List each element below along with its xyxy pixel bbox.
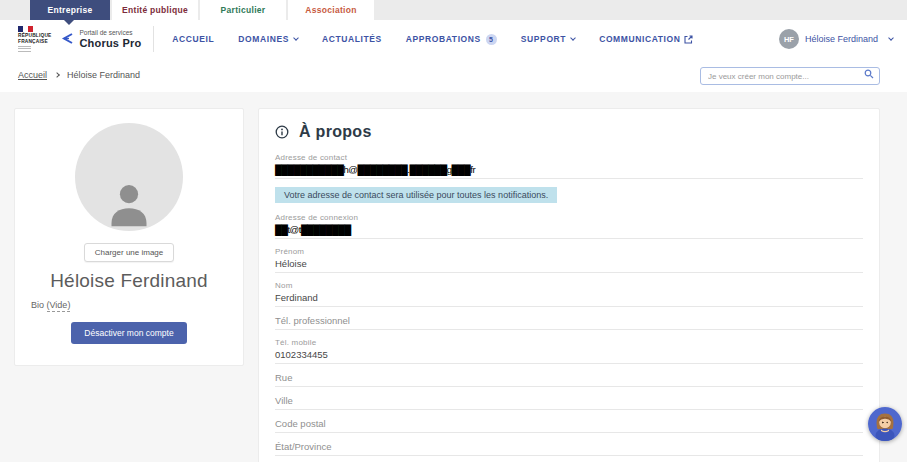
field-prenom[interactable]: Prénom Héloise — [275, 247, 863, 273]
avatar-placeholder — [75, 123, 183, 231]
chatbot-avatar-icon — [868, 407, 902, 441]
tab-particulier[interactable]: Particulier — [200, 0, 286, 20]
search-box — [700, 65, 880, 86]
field-adresse-contact[interactable]: Adresse de contact ███████████h@████████… — [275, 153, 863, 179]
info-icon — [275, 125, 289, 139]
tab-entite-publique[interactable]: Entité publique — [112, 0, 198, 20]
chorus-pro-logo[interactable]: Portail de services Chorus Pro — [61, 29, 141, 49]
chevron-down-icon — [888, 35, 894, 41]
about-title: À propos — [299, 123, 372, 141]
french-flag-icon — [18, 26, 33, 32]
account-type-tabbar: Entreprise Entité publique Particulier A… — [0, 0, 907, 20]
field-tel-professionnel[interactable]: Tél. professionnel — [275, 315, 863, 330]
main-header: RÉPUBLIQUE FRANÇAISE Portail de services… — [0, 20, 907, 58]
chevron-down-icon — [293, 35, 299, 41]
upload-image-button[interactable]: Charger une image — [84, 243, 174, 262]
breadcrumb-row: Accueil Héloise Ferdinand — [0, 58, 907, 92]
notification-banner: Votre adresse de contact sera utilisée p… — [275, 187, 557, 203]
field-nom[interactable]: Nom Ferdinand — [275, 281, 863, 307]
bio-empty-value[interactable]: (Vide) — [47, 300, 71, 312]
field-rue[interactable]: Rue — [275, 372, 863, 387]
field-tel-mobile[interactable]: Tél. mobile 0102334455 — [275, 338, 863, 364]
breadcrumb-separator-icon — [54, 72, 60, 78]
redacted-login-email: ██t@t████████ — [275, 224, 863, 235]
profile-name: Héloise Ferdinand — [31, 270, 227, 292]
field-adresse-connexion[interactable]: Adresse de connexion ██t@t████████ — [275, 213, 863, 239]
nav-domaines[interactable]: DOMAINES — [238, 34, 298, 44]
motto-lines — [18, 44, 51, 52]
about-card: À propos Adresse de contact ███████████h… — [258, 108, 880, 462]
bio-label: Bio — [31, 300, 44, 310]
field-ville[interactable]: Ville — [275, 395, 863, 410]
search-input[interactable] — [700, 67, 880, 85]
page-content: Charger une image Héloise Ferdinand Bio … — [0, 92, 907, 462]
republique-text: RÉPUBLIQUE FRANÇAISE — [18, 33, 51, 44]
external-link-icon — [684, 35, 693, 44]
breadcrumb: Accueil Héloise Ferdinand — [18, 70, 140, 80]
chatbot-launcher[interactable] — [868, 407, 902, 441]
search-icon[interactable] — [864, 69, 874, 79]
brand-tagline: Portail de services — [79, 29, 141, 36]
tab-association[interactable]: Association — [288, 0, 374, 20]
about-header: À propos — [275, 123, 863, 141]
user-name: Héloise Ferdinand — [805, 34, 878, 44]
nav-support[interactable]: SUPPORT — [521, 34, 575, 44]
user-avatar: HF — [779, 29, 799, 49]
chevron-down-icon — [570, 35, 576, 41]
nav-accueil[interactable]: ACCUEIL — [172, 34, 214, 44]
approbations-count-badge: 5 — [486, 34, 497, 45]
nav-actualites[interactable]: ACTUALITÉS — [322, 34, 382, 44]
breadcrumb-home-link[interactable]: Accueil — [18, 70, 47, 80]
nav-communication[interactable]: COMMUNICATION — [599, 34, 693, 44]
nav-approbations[interactable]: APPROBATIONS5 — [406, 34, 497, 45]
active-tab-pointer — [64, 20, 74, 25]
main-nav: ACCUEIL DOMAINES ACTUALITÉS APPROBATIONS… — [172, 34, 717, 45]
chorus-pro-bird-icon — [61, 32, 75, 46]
bio-row: Bio (Vide) — [31, 300, 227, 310]
tab-entreprise[interactable]: Entreprise — [30, 0, 110, 20]
person-icon — [101, 175, 157, 231]
field-etat-province[interactable]: État/Province — [275, 441, 863, 456]
breadcrumb-current: Héloise Ferdinand — [67, 70, 140, 80]
brand-name: Chorus Pro — [79, 37, 141, 49]
field-code-postal[interactable]: Code postal — [275, 418, 863, 433]
header-divider — [153, 26, 154, 52]
deactivate-account-button[interactable]: Désactiver mon compte — [71, 322, 186, 344]
profile-card: Charger une image Héloise Ferdinand Bio … — [14, 108, 244, 366]
redacted-contact-email: ███████████h@████████.██████g███fr — [275, 164, 863, 175]
user-menu[interactable]: HF Héloise Ferdinand — [779, 29, 893, 49]
republique-francaise-logo: RÉPUBLIQUE FRANÇAISE — [18, 26, 51, 52]
